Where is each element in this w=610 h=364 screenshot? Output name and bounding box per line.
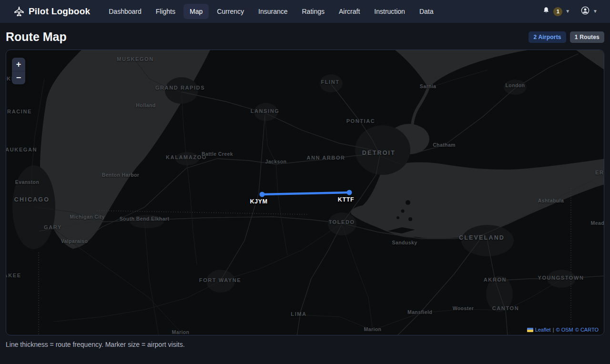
- routes-count-badge: 1 Routes: [570, 31, 604, 43]
- notification-count-badge: 1: [553, 7, 562, 16]
- nav-item-ratings[interactable]: Ratings: [296, 4, 331, 19]
- page-title: Route Map: [6, 30, 67, 44]
- nav-right-cluster: 1 ▼ ▼: [542, 6, 598, 17]
- lake-corner: [576, 50, 604, 70]
- nav-menu: DashboardFlightsMapCurrencyInsuranceRati…: [102, 4, 542, 19]
- leaflet-link[interactable]: Leaflet: [535, 327, 551, 333]
- nav-item-currency[interactable]: Currency: [211, 4, 250, 19]
- nav-item-aircraft[interactable]: Aircraft: [333, 4, 366, 19]
- nav-item-instruction[interactable]: Instruction: [368, 4, 411, 19]
- airport-marker[interactable]: [347, 190, 352, 195]
- airport-marker[interactable]: [260, 192, 265, 197]
- route-line[interactable]: [262, 192, 349, 194]
- ukraine-flag-icon: [527, 328, 533, 332]
- map-legend-caption: Line thickness = route frequency. Marker…: [0, 335, 610, 354]
- nav-item-map[interactable]: Map: [183, 4, 209, 19]
- nav-item-insurance[interactable]: Insurance: [252, 4, 294, 19]
- app-brand[interactable]: Pilot Logbook: [13, 6, 90, 17]
- st-clair-river: [412, 87, 428, 127]
- chevron-down-icon: ▼: [593, 9, 598, 14]
- app-title: Pilot Logbook: [29, 6, 90, 17]
- map-attribution: Leaflet | © OSM © CARTO: [525, 326, 601, 334]
- airplane-icon: [13, 6, 25, 17]
- bell-icon: [542, 6, 550, 17]
- header-badges: 2 Airports 1 Routes: [529, 31, 604, 43]
- airports-count-badge: 2 Airports: [529, 31, 566, 43]
- basemap-svg: [6, 50, 604, 335]
- user-menu-dropdown[interactable]: ▼: [580, 6, 598, 17]
- notifications-dropdown[interactable]: 1 ▼: [542, 6, 570, 17]
- top-navbar: Pilot Logbook DashboardFlightsMapCurrenc…: [0, 0, 610, 23]
- attribution-separator: |: [553, 327, 554, 333]
- nav-item-dashboard[interactable]: Dashboard: [102, 4, 148, 19]
- nav-item-data[interactable]: Data: [413, 4, 440, 19]
- nav-item-flights[interactable]: Flights: [150, 4, 182, 19]
- zoom-out-button[interactable]: −: [12, 71, 25, 84]
- page-header: Route Map 2 Airports 1 Routes: [0, 23, 610, 50]
- route-map-canvas[interactable]: MILWAUKEERACINEWAUKEGANEvanstonCHICAGOGA…: [6, 50, 604, 335]
- carto-link[interactable]: © CARTO: [575, 327, 599, 333]
- user-icon: [580, 6, 590, 17]
- map-zoom-control: + −: [12, 58, 25, 84]
- route-layer: [260, 190, 352, 197]
- zoom-in-button[interactable]: +: [12, 58, 25, 71]
- osm-link[interactable]: © OSM: [556, 327, 573, 333]
- chevron-down-icon: ▼: [565, 9, 570, 14]
